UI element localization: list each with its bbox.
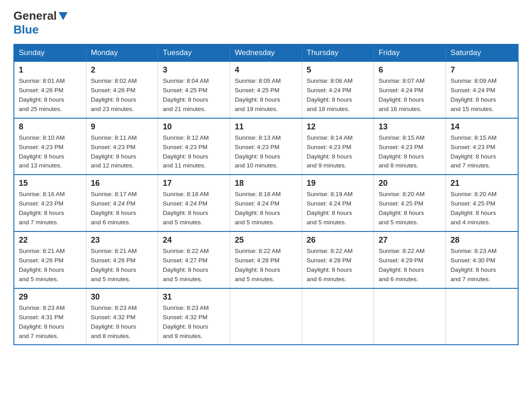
day-info: Sunrise: 8:18 AM Sunset: 4:24 PM Dayligh… <box>163 190 225 227</box>
day-info: Sunrise: 8:11 AM Sunset: 4:23 PM Dayligh… <box>91 133 154 171</box>
logo: General Blue <box>13 9 69 37</box>
calendar-cell: 19Sunrise: 8:19 AM Sunset: 4:24 PM Dayli… <box>302 175 374 231</box>
day-number: 11 <box>235 122 297 132</box>
day-info: Sunrise: 8:04 AM Sunset: 4:25 PM Dayligh… <box>163 77 225 114</box>
day-info: Sunrise: 8:23 AM Sunset: 4:32 PM Dayligh… <box>163 304 225 341</box>
calendar-week-row: 15Sunrise: 8:16 AM Sunset: 4:23 PM Dayli… <box>14 175 518 231</box>
day-number: 31 <box>163 292 225 302</box>
day-info: Sunrise: 8:17 AM Sunset: 4:24 PM Dayligh… <box>91 190 154 227</box>
day-number: 5 <box>307 65 369 75</box>
calendar-cell: 9Sunrise: 8:11 AM Sunset: 4:23 PM Daylig… <box>86 118 158 175</box>
calendar-cell: 7Sunrise: 8:09 AM Sunset: 4:24 PM Daylig… <box>446 61 518 118</box>
day-info: Sunrise: 8:09 AM Sunset: 4:24 PM Dayligh… <box>450 77 513 114</box>
calendar-cell: 10Sunrise: 8:12 AM Sunset: 4:23 PM Dayli… <box>158 118 230 175</box>
day-info: Sunrise: 8:22 AM Sunset: 4:28 PM Dayligh… <box>307 247 369 284</box>
calendar-cell: 3Sunrise: 8:04 AM Sunset: 4:25 PM Daylig… <box>158 61 230 118</box>
calendar-cell: 15Sunrise: 8:16 AM Sunset: 4:23 PM Dayli… <box>14 175 86 231</box>
day-number: 24 <box>163 235 225 245</box>
calendar-cell: 1Sunrise: 8:01 AM Sunset: 4:26 PM Daylig… <box>14 61 86 118</box>
day-number: 23 <box>91 235 154 245</box>
weekday-header-sunday: Sunday <box>14 44 86 61</box>
calendar-cell: 14Sunrise: 8:15 AM Sunset: 4:23 PM Dayli… <box>446 118 518 175</box>
day-number: 1 <box>19 65 82 75</box>
day-number: 22 <box>19 235 82 245</box>
day-number: 3 <box>163 65 225 75</box>
day-info: Sunrise: 8:02 AM Sunset: 4:26 PM Dayligh… <box>91 77 154 114</box>
day-info: Sunrise: 8:10 AM Sunset: 4:23 PM Dayligh… <box>19 133 82 171</box>
day-info: Sunrise: 8:18 AM Sunset: 4:24 PM Dayligh… <box>235 190 297 227</box>
day-number: 14 <box>450 122 513 132</box>
weekday-header-thursday: Thursday <box>302 44 374 61</box>
weekday-header-wednesday: Wednesday <box>230 44 302 61</box>
calendar-cell: 23Sunrise: 8:21 AM Sunset: 4:26 PM Dayli… <box>86 231 158 288</box>
calendar-cell: 21Sunrise: 8:20 AM Sunset: 4:25 PM Dayli… <box>446 175 518 231</box>
calendar-cell: 26Sunrise: 8:22 AM Sunset: 4:28 PM Dayli… <box>302 231 374 288</box>
day-info: Sunrise: 8:21 AM Sunset: 4:26 PM Dayligh… <box>19 247 82 284</box>
day-number: 13 <box>378 122 441 132</box>
day-number: 12 <box>307 122 369 132</box>
day-info: Sunrise: 8:20 AM Sunset: 4:25 PM Dayligh… <box>450 190 513 227</box>
day-number: 18 <box>235 179 297 188</box>
logo-general-text: General <box>13 9 57 23</box>
day-info: Sunrise: 8:23 AM Sunset: 4:32 PM Dayligh… <box>91 304 154 341</box>
calendar-cell: 30Sunrise: 8:23 AM Sunset: 4:32 PM Dayli… <box>86 288 158 345</box>
day-info: Sunrise: 8:19 AM Sunset: 4:24 PM Dayligh… <box>307 190 369 227</box>
day-number: 28 <box>450 235 513 245</box>
day-info: Sunrise: 8:21 AM Sunset: 4:26 PM Dayligh… <box>91 247 154 284</box>
calendar-cell: 12Sunrise: 8:14 AM Sunset: 4:23 PM Dayli… <box>302 118 374 175</box>
calendar-cell: 20Sunrise: 8:20 AM Sunset: 4:25 PM Dayli… <box>374 175 446 231</box>
day-info: Sunrise: 8:22 AM Sunset: 4:28 PM Dayligh… <box>235 247 297 284</box>
day-info: Sunrise: 8:01 AM Sunset: 4:26 PM Dayligh… <box>19 77 82 114</box>
day-info: Sunrise: 8:22 AM Sunset: 4:29 PM Dayligh… <box>378 247 441 284</box>
calendar-cell: 28Sunrise: 8:23 AM Sunset: 4:30 PM Dayli… <box>446 231 518 288</box>
calendar-cell: 27Sunrise: 8:22 AM Sunset: 4:29 PM Dayli… <box>374 231 446 288</box>
day-number: 7 <box>450 65 513 75</box>
calendar-cell <box>446 288 518 345</box>
calendar-cell: 31Sunrise: 8:23 AM Sunset: 4:32 PM Dayli… <box>158 288 230 345</box>
day-info: Sunrise: 8:15 AM Sunset: 4:23 PM Dayligh… <box>378 133 441 171</box>
day-info: Sunrise: 8:12 AM Sunset: 4:23 PM Dayligh… <box>163 133 225 171</box>
calendar-cell: 29Sunrise: 8:23 AM Sunset: 4:31 PM Dayli… <box>14 288 86 345</box>
day-number: 15 <box>19 179 82 188</box>
day-info: Sunrise: 8:06 AM Sunset: 4:24 PM Dayligh… <box>307 77 369 114</box>
calendar-cell <box>302 288 374 345</box>
weekday-header-monday: Monday <box>86 44 158 61</box>
weekday-header-tuesday: Tuesday <box>158 44 230 61</box>
calendar-cell: 22Sunrise: 8:21 AM Sunset: 4:26 PM Dayli… <box>14 231 86 288</box>
calendar-cell: 4Sunrise: 8:05 AM Sunset: 4:25 PM Daylig… <box>230 61 302 118</box>
day-number: 9 <box>91 122 154 132</box>
calendar-cell <box>230 288 302 345</box>
day-number: 2 <box>91 65 154 75</box>
calendar-week-row: 1Sunrise: 8:01 AM Sunset: 4:26 PM Daylig… <box>14 61 518 118</box>
calendar-cell: 5Sunrise: 8:06 AM Sunset: 4:24 PM Daylig… <box>302 61 374 118</box>
calendar-cell: 24Sunrise: 8:22 AM Sunset: 4:27 PM Dayli… <box>158 231 230 288</box>
day-number: 10 <box>163 122 225 132</box>
calendar-cell: 6Sunrise: 8:07 AM Sunset: 4:24 PM Daylig… <box>374 61 446 118</box>
calendar-cell: 2Sunrise: 8:02 AM Sunset: 4:26 PM Daylig… <box>86 61 158 118</box>
day-number: 25 <box>235 235 297 245</box>
day-number: 20 <box>378 179 441 188</box>
calendar-table: SundayMondayTuesdayWednesdayThursdayFrid… <box>13 44 519 345</box>
day-info: Sunrise: 8:07 AM Sunset: 4:24 PM Dayligh… <box>378 77 441 114</box>
day-info: Sunrise: 8:20 AM Sunset: 4:25 PM Dayligh… <box>378 190 441 227</box>
calendar-cell: 11Sunrise: 8:13 AM Sunset: 4:23 PM Dayli… <box>230 118 302 175</box>
day-info: Sunrise: 8:16 AM Sunset: 4:23 PM Dayligh… <box>19 190 82 227</box>
day-number: 6 <box>378 65 441 75</box>
weekday-header-friday: Friday <box>374 44 446 61</box>
day-info: Sunrise: 8:23 AM Sunset: 4:31 PM Dayligh… <box>19 304 82 341</box>
weekday-header-row: SundayMondayTuesdayWednesdayThursdayFrid… <box>14 44 518 61</box>
day-info: Sunrise: 8:15 AM Sunset: 4:23 PM Dayligh… <box>450 133 513 171</box>
day-number: 27 <box>378 235 441 245</box>
calendar-cell: 13Sunrise: 8:15 AM Sunset: 4:23 PM Dayli… <box>374 118 446 175</box>
day-info: Sunrise: 8:05 AM Sunset: 4:25 PM Dayligh… <box>235 77 297 114</box>
calendar-cell: 17Sunrise: 8:18 AM Sunset: 4:24 PM Dayli… <box>158 175 230 231</box>
day-number: 19 <box>307 179 369 188</box>
day-number: 16 <box>91 179 154 188</box>
day-number: 26 <box>307 235 369 245</box>
calendar-cell: 16Sunrise: 8:17 AM Sunset: 4:24 PM Dayli… <box>86 175 158 231</box>
calendar-cell: 25Sunrise: 8:22 AM Sunset: 4:28 PM Dayli… <box>230 231 302 288</box>
day-number: 21 <box>450 179 513 188</box>
calendar-week-row: 29Sunrise: 8:23 AM Sunset: 4:31 PM Dayli… <box>14 288 518 345</box>
weekday-header-saturday: Saturday <box>446 44 518 61</box>
day-info: Sunrise: 8:14 AM Sunset: 4:23 PM Dayligh… <box>307 133 369 171</box>
